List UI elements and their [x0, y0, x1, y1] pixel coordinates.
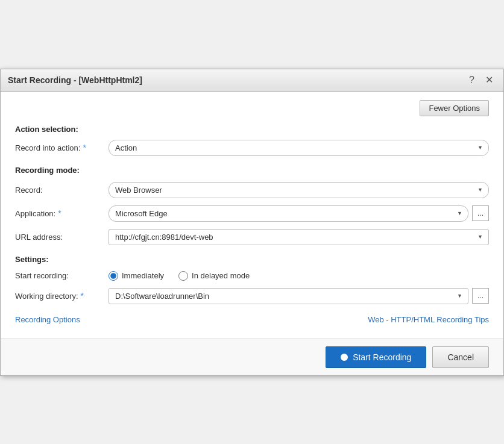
delayed-radio[interactable]	[178, 271, 188, 281]
record-label: Record:	[15, 186, 109, 195]
required-star-app: *	[58, 208, 61, 218]
footer-links: Recording Options Web - HTTP/HTML Record…	[15, 315, 489, 330]
record-into-label: Record into action: *	[15, 143, 109, 152]
working-directory-browse-button[interactable]: ...	[472, 288, 489, 304]
url-label: URL address:	[15, 233, 109, 242]
web-tips-link[interactable]: Web - HTTP/HTML Recording Tips	[368, 315, 489, 324]
start-recording-icon	[341, 354, 348, 361]
record-select[interactable]: Web Browser	[109, 182, 489, 198]
working-directory-label: Working directory: *	[15, 291, 109, 301]
start-recording-button[interactable]: Start Recording	[326, 346, 426, 368]
delayed-radio-label[interactable]: In delayed mode	[178, 271, 250, 281]
close-button[interactable]: ✕	[482, 74, 496, 86]
url-row: URL address:	[15, 229, 489, 245]
title-bar-controls: ? ✕	[466, 74, 496, 86]
top-bar: Fewer Options	[15, 100, 489, 116]
title-bar: Start Recording - [WebHttpHtml2] ? ✕	[1, 69, 503, 92]
required-star-dir: *	[81, 291, 84, 301]
application-row: Application: * Microsoft Edge ...	[15, 205, 489, 222]
url-input-container	[109, 229, 489, 245]
dialog-footer: Start Recording Cancel	[1, 339, 503, 375]
immediately-radio[interactable]	[109, 271, 118, 281]
settings-section-title: Settings:	[15, 255, 489, 264]
application-select-container: Microsoft Edge	[109, 205, 468, 222]
record-into-row: Record into action: * Action	[15, 140, 489, 156]
working-directory-wrapper: ...	[109, 288, 489, 304]
fewer-options-button[interactable]: Fewer Options	[420, 100, 489, 116]
recording-mode-section-title: Recording mode:	[15, 166, 489, 175]
working-directory-input[interactable]	[109, 288, 468, 304]
working-directory-row: Working directory: * ...	[15, 288, 489, 304]
application-label: Application: *	[15, 208, 109, 218]
immediately-label: Immediately	[122, 271, 164, 280]
recording-mode-divider: Recording mode:	[15, 166, 489, 175]
record-into-select[interactable]: Action	[109, 140, 489, 156]
dialog: Start Recording - [WebHttpHtml2] ? ✕ Few…	[0, 69, 504, 376]
dialog-body: Fewer Options Action selection: Record i…	[1, 92, 503, 339]
record-row: Record: Web Browser	[15, 182, 489, 198]
record-select-container: Web Browser	[109, 182, 489, 198]
help-button[interactable]: ?	[466, 74, 477, 86]
start-recording-label: Start recording:	[15, 271, 109, 280]
url-input[interactable]	[109, 229, 489, 245]
required-star-record: *	[83, 143, 86, 152]
recording-options-link[interactable]: Recording Options	[15, 315, 80, 324]
start-recording-radio-group: Immediately In delayed mode	[109, 271, 489, 281]
dialog-title: Start Recording - [WebHttpHtml2]	[8, 75, 142, 85]
cancel-button[interactable]: Cancel	[432, 346, 489, 368]
action-selection-section-title: Action selection:	[15, 125, 489, 134]
application-select[interactable]: Microsoft Edge	[109, 205, 468, 222]
record-into-select-container: Action	[109, 140, 489, 156]
delayed-label: In delayed mode	[192, 271, 250, 280]
application-browse-button[interactable]: ...	[472, 205, 489, 221]
start-recording-btn-label: Start Recording	[353, 352, 411, 362]
start-recording-row: Start recording: Immediately In delayed …	[15, 271, 489, 281]
immediately-radio-label[interactable]: Immediately	[109, 271, 164, 281]
working-directory-input-container	[109, 288, 468, 304]
application-select-wrapper: Microsoft Edge ...	[109, 205, 489, 222]
settings-divider: Settings:	[15, 255, 489, 264]
